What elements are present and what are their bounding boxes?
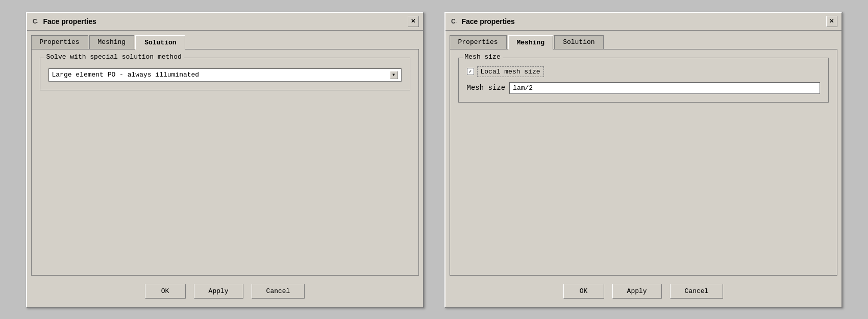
tabs-2: Properties Meshing Solution [445,31,841,49]
dialog-title-2: C. Face properties [450,17,515,26]
tab-solution-1[interactable]: Solution [135,35,185,50]
checkbox-wrapper: ✓ [467,68,474,75]
solution-group: Solve with special solution method Large… [40,58,410,90]
ok-button-1[interactable]: OK [145,284,186,299]
app-icon-1: C. [31,17,40,26]
local-mesh-label: Local mesh size [477,66,544,77]
solution-dropdown-arrow[interactable]: ▼ [390,71,398,79]
titlebar-1: C. Face properties ✕ [27,13,423,31]
dialog-2: C. Face properties ✕ Properties Meshing … [444,12,842,308]
apply-button-1[interactable]: Apply [194,284,243,299]
content-1: Solve with special solution method Large… [31,49,419,276]
tab-solution-2[interactable]: Solution [554,35,603,50]
app-icon-2: C. [450,17,459,26]
cancel-button-1[interactable]: Cancel [252,284,305,299]
title-text-2: Face properties [462,17,515,26]
titlebar-2: C. Face properties ✕ [445,13,841,31]
local-mesh-checkbox[interactable]: ✓ [467,68,474,75]
close-button-1[interactable]: ✕ [408,16,419,27]
solution-dropdown[interactable]: Large element PO - always illuminated ▼ [48,68,402,82]
tab-properties-1[interactable]: Properties [31,35,88,50]
solution-select-wrapper: Large element PO - always illuminated ▼ [48,68,402,82]
dialog-1: C. Face properties ✕ Properties Meshing … [26,12,424,308]
footer-2: OK Apply Cancel [445,280,841,307]
mesh-size-label: Mesh size [467,84,506,92]
dialogs-container: C. Face properties ✕ Properties Meshing … [16,2,853,318]
dialog-title-1: C. Face properties [31,17,96,26]
apply-button-2[interactable]: Apply [612,284,662,299]
tab-properties-2[interactable]: Properties [450,35,507,50]
local-mesh-row: ✓ Local mesh size [467,66,820,77]
tab-meshing-1[interactable]: Meshing [89,35,135,50]
content-2: Mesh size ✓ Local mesh size Mesh size [450,49,837,276]
tabs-1: Properties Meshing Solution [27,31,423,49]
footer-1: OK Apply Cancel [27,280,423,307]
tab-meshing-2[interactable]: Meshing [508,35,554,50]
mesh-size-group-title: Mesh size [463,53,503,61]
mesh-size-group: Mesh size ✓ Local mesh size Mesh size [458,58,829,103]
ok-button-2[interactable]: OK [563,284,604,299]
close-button-2[interactable]: ✕ [826,16,837,27]
cancel-button-2[interactable]: Cancel [670,284,724,299]
mesh-size-input[interactable] [509,82,820,94]
solution-dropdown-value: Large element PO - always illuminated [52,71,200,79]
solution-group-title: Solve with special solution method [44,53,184,61]
mesh-size-input-row: Mesh size [467,82,820,94]
title-text-1: Face properties [43,17,96,26]
